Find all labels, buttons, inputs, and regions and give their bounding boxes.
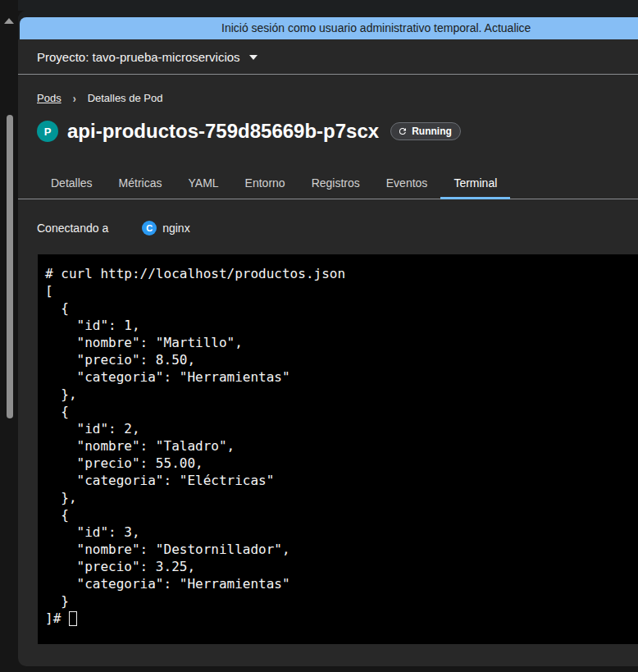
breadcrumb-link-pods[interactable]: Pods <box>37 92 62 104</box>
terminal-cursor <box>69 611 77 626</box>
connecting-to-label: Conectando a <box>37 222 108 235</box>
project-bar: Proyecto: tavo-prueba-microservicios <box>18 39 638 75</box>
session-notice-banner: Inició sesión como usuario administrativ… <box>20 17 638 39</box>
vertical-scrollbar[interactable] <box>0 11 18 672</box>
tab-terminal[interactable]: Terminal <box>440 167 510 199</box>
chevron-down-icon[interactable] <box>249 55 257 60</box>
status-badge-label: Running <box>412 126 452 137</box>
page-title: api-productos-759d85669b-p7scx <box>67 120 379 143</box>
terminal-output: # curl http://localhost/productos.json [… <box>45 265 638 610</box>
tab-yaml[interactable]: YAML <box>175 167 232 199</box>
breadcrumb-chevron-icon: › <box>73 91 76 104</box>
terminal-prompt-line: ]# <box>45 610 638 627</box>
container-name: nginx <box>162 222 189 235</box>
session-notice-text: Inició sesión como usuario administrativ… <box>221 17 531 39</box>
tab-metricas[interactable]: Métricas <box>106 167 175 199</box>
terminal-prompt: ]# <box>45 610 69 627</box>
page-title-row: P api-productos-759d85669b-p7scx Running <box>37 117 638 145</box>
window-top-strip <box>18 0 638 11</box>
breadcrumb: Pods › Detalles de Pod <box>37 92 638 104</box>
connect-row: Conectando a C nginx <box>37 220 638 236</box>
status-badge: Running <box>390 122 461 140</box>
tab-detalles[interactable]: Detalles <box>38 167 106 199</box>
console-page: Inició sesión como usuario administrativ… <box>18 11 638 666</box>
tab-eventos[interactable]: Eventos <box>373 167 441 199</box>
project-selector-label[interactable]: Proyecto: tavo-prueba-microservicios <box>37 50 240 64</box>
pod-detail-tabs: Detalles Métricas YAML Entorno Registros… <box>18 167 638 199</box>
scrollbar-thumb[interactable] <box>7 115 13 418</box>
terminal-screen[interactable]: # curl http://localhost/productos.json [… <box>38 254 638 644</box>
scrollbar-up-arrow-icon[interactable] <box>4 18 14 24</box>
banner-wrap: Inició sesión como usuario administrativ… <box>18 11 638 39</box>
sync-icon <box>398 126 408 136</box>
breadcrumb-current: Detalles de Pod <box>88 92 163 104</box>
tab-entorno[interactable]: Entorno <box>232 167 298 199</box>
container-kind-icon: C <box>142 221 157 235</box>
pod-kind-icon: P <box>37 121 58 142</box>
tab-registros[interactable]: Registros <box>298 167 373 199</box>
